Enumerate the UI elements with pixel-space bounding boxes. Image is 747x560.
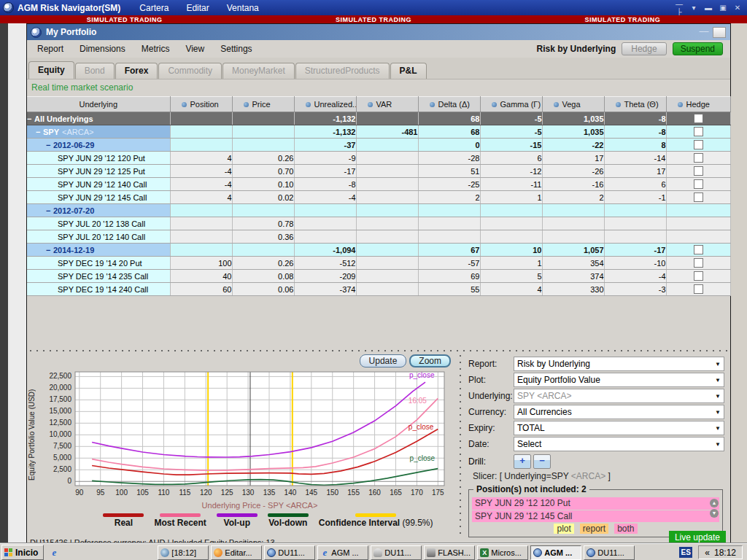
legend-swatch — [268, 513, 309, 517]
field-label-date: Date: — [468, 439, 514, 449]
table-row[interactable]: SPY JUN 29 '12 145 Call40.02-4212-1 — [27, 191, 730, 204]
hedge-checkbox[interactable] — [694, 284, 703, 294]
menu-item-ventana[interactable]: Ventana — [227, 3, 259, 13]
update-button[interactable]: Update — [360, 354, 407, 368]
taskbar-button[interactable]: Editar... — [211, 545, 262, 560]
tray-expand-icon[interactable]: « — [705, 548, 710, 558]
table-row[interactable]: −All Underlyings-1,13268-51,035-8 — [27, 112, 730, 125]
field-currency-dropdown[interactable]: All Currencies▼ — [514, 405, 724, 419]
scroll-down-icon[interactable]: ▼ — [710, 509, 719, 518]
taskbar-button[interactable]: FLASH... — [424, 545, 475, 560]
table-row[interactable]: SPY DEC 19 '14 235 Call400.08-209695374-… — [27, 270, 730, 283]
live-update-button[interactable]: Live update — [669, 531, 726, 544]
hedge-checkbox[interactable] — [694, 166, 703, 176]
table-row[interactable]: −SPY<ARCA>-1,132-48168-51,035-8 — [27, 125, 730, 139]
hedge-checkbox[interactable] — [694, 153, 703, 163]
start-button[interactable]: Inicio — [1, 545, 44, 560]
hedge-checkbox[interactable] — [694, 127, 703, 136]
table-row[interactable]: SPY JUL 20 '12 140 Call0.36 — [27, 230, 730, 244]
collapse-icon[interactable]: − — [36, 128, 43, 136]
excluded-position-item[interactable]: SPY JUN 29 '12 145 Call — [472, 510, 719, 522]
tab-bond[interactable]: Bond — [75, 63, 115, 79]
field-expiry-dropdown[interactable]: TOTAL▼ — [514, 421, 724, 435]
hedge-checkbox[interactable] — [694, 258, 703, 268]
column-header-position[interactable]: Position — [170, 97, 232, 112]
x-tick-label: 105 — [136, 489, 149, 497]
portfolio-menu-metrics[interactable]: Metrics — [142, 44, 170, 54]
table-row[interactable]: SPY JUN 29 '12 125 Put-40.70-1751-12-261… — [27, 165, 730, 178]
drill-up-button[interactable]: − — [533, 454, 551, 469]
minimize-icon[interactable]: ── — [698, 27, 710, 36]
taskbar-button[interactable]: DU11... — [371, 545, 422, 560]
menu-item-editar[interactable]: Editar — [186, 3, 209, 13]
portfolio-menu-report[interactable]: Report — [37, 44, 63, 54]
field-plot-dropdown[interactable]: Equity Portfolio Value▼ — [514, 373, 724, 387]
portfolio-menu-settings[interactable]: Settings — [220, 44, 252, 54]
column-header-price[interactable]: Price — [232, 97, 294, 112]
minimize-icon[interactable]: ▬ — [703, 4, 713, 12]
portfolio-menu-dimensions[interactable]: Dimensions — [80, 44, 125, 54]
column-header-theta[interactable]: Theta (Θ) — [604, 97, 666, 112]
excluded-position-item[interactable]: SPY JUN 29 '12 120 Put — [472, 497, 719, 510]
column-header-hedge[interactable]: Hedge — [666, 97, 730, 112]
hedge-checkbox[interactable] — [694, 192, 703, 202]
hedge-checkbox[interactable] — [694, 179, 703, 189]
taskbar-button[interactable]: AGM ... — [530, 545, 581, 560]
collapse-icon[interactable]: − — [46, 246, 53, 254]
column-header-gamma[interactable]: Gamma (Γ) — [480, 97, 542, 112]
collapse-icon[interactable]: − — [46, 141, 53, 149]
hedge-checkbox[interactable] — [694, 245, 703, 254]
hedge-button[interactable]: Hedge — [622, 42, 666, 55]
table-row[interactable]: −2012-06-29-370-15-228 — [27, 139, 730, 152]
menu-item-cartera[interactable]: Cartera — [139, 3, 169, 13]
portfolio-menu-view[interactable]: View — [185, 44, 204, 54]
y-tick-label: 7,500 — [53, 442, 71, 450]
field-underlying-dropdown[interactable]: SPY <ARCA>▼ — [514, 389, 724, 403]
column-header-var[interactable]: VAR — [356, 97, 418, 112]
tab-pl[interactable]: P&L — [390, 63, 427, 79]
column-header-vega[interactable]: Vega — [542, 97, 604, 112]
quick-launch-ie-icon[interactable]: e — [50, 548, 58, 557]
close-icon[interactable]: ✕ — [732, 4, 743, 12]
tab-forex[interactable]: Forex — [115, 63, 158, 79]
language-indicator[interactable]: ES — [679, 547, 692, 558]
drill-down-button[interactable]: + — [514, 454, 531, 469]
zoom-button[interactable]: Zoom — [409, 354, 451, 368]
column-header-delta[interactable]: Delta (Δ) — [418, 97, 480, 112]
hedge-checkbox[interactable] — [694, 271, 703, 281]
cell-gamma: -5 — [480, 112, 542, 125]
taskbar-button[interactable]: DU11... — [264, 545, 315, 560]
field-report-dropdown[interactable]: Risk by Underlying▼ — [514, 357, 724, 371]
tab-commodity[interactable]: Commodity — [158, 63, 222, 79]
suspend-button[interactable]: Suspend — [673, 42, 723, 55]
table-row[interactable]: −2014-12-19-1,09467101,057-17 — [27, 244, 730, 257]
scroll-up-icon[interactable]: ▲ — [710, 499, 719, 508]
column-header-name[interactable]: Underlying — [27, 97, 170, 112]
tab-moneymarket[interactable]: MoneyMarket — [222, 63, 295, 79]
table-row[interactable]: SPY JUL 20 '12 138 Call0.78 — [27, 217, 730, 230]
table-row[interactable]: SPY DEC 19 '14 20 Put1000.26-512-571354-… — [27, 257, 730, 270]
taskbar-button[interactable]: [18:12] — [158, 545, 209, 560]
collapse-icon[interactable]: − — [27, 114, 34, 123]
table-row[interactable]: −2012-07-20 — [27, 204, 730, 217]
collapse-icon[interactable]: − — [46, 206, 53, 215]
cell-vega: 1,035 — [542, 112, 604, 125]
taskbar-button[interactable]: DU11... — [584, 545, 635, 560]
field-date-dropdown[interactable]: Select▼ — [514, 437, 724, 451]
cell-vega: -16 — [542, 178, 604, 191]
maximize-icon[interactable]: ▣ — [718, 4, 728, 12]
table-row[interactable]: SPY JUN 29 '12 120 Put40.26-9-28617-14 — [27, 152, 730, 165]
taskbar-button[interactable]: eAGM ... — [317, 545, 368, 560]
hedge-checkbox[interactable] — [694, 114, 703, 123]
caret-down-icon[interactable]: ▾ — [689, 4, 699, 12]
portfolio-window-titlebar[interactable]: My Portfolio ── — [27, 24, 730, 40]
column-header-unrealized[interactable]: Unrealized... — [294, 97, 356, 112]
table-row[interactable]: SPY DEC 19 '14 240 Call600.06-374554330-… — [27, 283, 730, 296]
pin-icon[interactable]: —├ — [674, 0, 684, 16]
taskbar-button[interactable]: XMicros... — [477, 545, 528, 560]
tab-equity[interactable]: Equity — [28, 61, 74, 79]
maximize-icon[interactable] — [713, 27, 726, 38]
hedge-checkbox[interactable] — [694, 140, 703, 149]
table-row[interactable]: SPY JUN 29 '12 140 Call-40.10-8-25-11-16… — [27, 178, 730, 191]
tab-structuredproducts[interactable]: StructuredProducts — [295, 63, 390, 79]
